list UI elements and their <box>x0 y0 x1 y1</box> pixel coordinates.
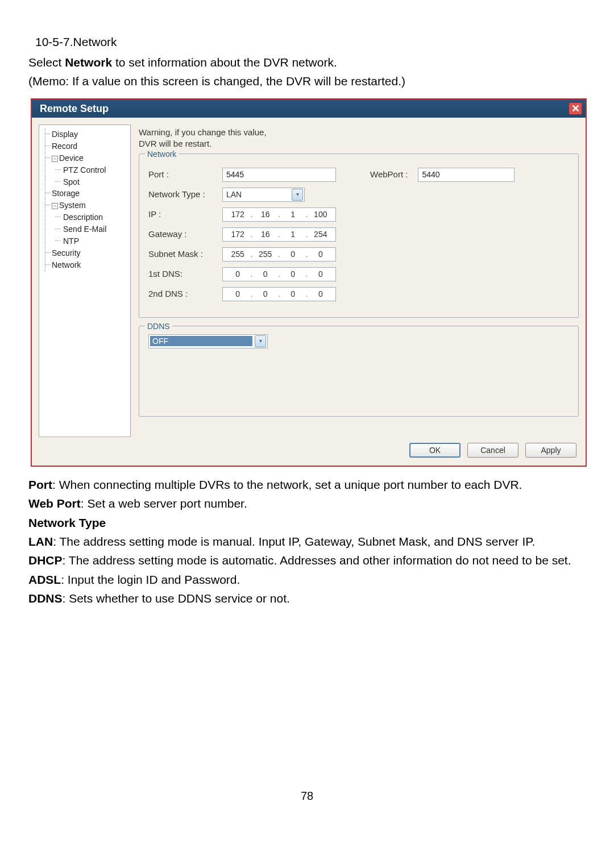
def-adsl-bold: ADSL <box>28 573 61 586</box>
def-ddns-text: : Sets whether to use DDNS service or no… <box>63 592 290 605</box>
webport-label: WebPort : <box>370 169 408 180</box>
close-icon[interactable]: ✕ <box>569 102 582 115</box>
network-type-select[interactable]: LAN ▾ <box>222 188 305 202</box>
def-webport-text: : Set a web server port number. <box>81 497 247 510</box>
webport-input[interactable]: 5440 <box>418 168 515 182</box>
page-number: 78 <box>28 788 586 804</box>
def-ddns-bold: DDNS <box>28 592 63 605</box>
def-lan-text: : The address setting mode is manual. In… <box>53 535 535 548</box>
section-heading: 10-5-7.Network <box>28 34 586 50</box>
dns2-input[interactable]: 0. 0. 0. 0 <box>222 287 336 301</box>
intro-post: to set information about the DVR network… <box>112 56 337 69</box>
network-type-value: LAN <box>223 189 291 200</box>
ddns-fieldset: DDNS OFF ▾ <box>139 326 579 417</box>
network-legend: Network <box>145 149 179 160</box>
tree-item-record[interactable]: Record <box>42 140 128 152</box>
tree-item-security[interactable]: Security <box>42 247 128 259</box>
apply-button[interactable]: Apply <box>525 443 576 458</box>
def-webport-bold: Web Port <box>28 497 81 510</box>
minus-icon[interactable]: – <box>52 203 58 209</box>
ddns-legend: DDNS <box>145 321 172 332</box>
memo-line: (Memo: If a value on this screen is chan… <box>28 73 586 89</box>
dns1-label: 1st DNS: <box>148 268 222 280</box>
dialog-titlebar: Remote Setup ✕ <box>32 99 586 118</box>
def-dhcp-bold: DHCP <box>28 554 63 567</box>
dns2-label: 2nd DNS : <box>148 288 222 300</box>
tree-item-network[interactable]: Network <box>42 259 128 271</box>
remote-setup-dialog: Remote Setup ✕ Display Record –Device PT… <box>31 98 587 467</box>
ddns-value: OFF <box>150 336 252 347</box>
cancel-button[interactable]: Cancel <box>467 443 518 458</box>
network-type-label: Network Type : <box>148 189 222 200</box>
intro-bold: Network <box>65 56 112 69</box>
def-port-bold: Port <box>28 478 52 491</box>
tree-item-system[interactable]: –System <box>42 200 128 211</box>
intro-pre: Select <box>28 56 65 69</box>
subnet-input[interactable]: 255. 255. 0. 0 <box>222 247 336 261</box>
dialog-footer: OK Cancel Apply <box>32 437 586 466</box>
def-network-type-bold: Network Type <box>28 516 106 529</box>
tree-item-device[interactable]: –Device <box>42 152 128 164</box>
tree-item-storage[interactable]: Storage <box>42 188 128 200</box>
tree-item-description[interactable]: Description <box>42 211 128 223</box>
subnet-label: Subnet Mask : <box>148 248 222 260</box>
warning-text: Warning, if you change this value, DVR w… <box>139 127 579 150</box>
ddns-select[interactable]: OFF ▾ <box>148 334 268 348</box>
chevron-down-icon[interactable]: ▾ <box>255 335 266 347</box>
chevron-down-icon[interactable]: ▾ <box>292 189 303 201</box>
port-label: Port : <box>148 169 222 180</box>
gateway-input[interactable]: 172. 16. 1. 254 <box>222 227 336 242</box>
def-adsl-text: : Input the login ID and Password. <box>61 573 240 586</box>
def-lan-bold: LAN <box>28 535 53 548</box>
def-port-text: : When connecting multiple DVRs to the n… <box>52 478 522 491</box>
ok-button[interactable]: OK <box>409 443 460 458</box>
dialog-title-text: Remote Setup <box>40 102 109 115</box>
port-input[interactable]: 5445 <box>222 168 336 182</box>
tree-item-sendemail[interactable]: Send E-Mail <box>42 223 128 235</box>
tree-item-ptz[interactable]: PTZ Control <box>42 164 128 176</box>
ip-label: IP : <box>148 209 222 220</box>
ip-input[interactable]: 172. 16. 1. 100 <box>222 207 336 222</box>
network-fieldset: Network Port : 5445 WebPort : 5440 Netwo… <box>139 153 579 318</box>
dns1-input[interactable]: 0. 0. 0. 0 <box>222 267 336 281</box>
definitions: Port: When connecting multiple DVRs to t… <box>28 477 586 607</box>
tree-item-ntp[interactable]: NTP <box>42 235 128 247</box>
intro-line: Select Network to set information about … <box>28 55 586 70</box>
gateway-label: Gateway : <box>148 229 222 240</box>
nav-tree: Display Record –Device PTZ Control Spot … <box>39 124 131 437</box>
def-dhcp-text: : The address setting mode is automatic.… <box>63 554 571 567</box>
minus-icon[interactable]: – <box>52 156 58 162</box>
tree-item-display[interactable]: Display <box>42 128 128 140</box>
tree-item-spot[interactable]: Spot <box>42 176 128 188</box>
